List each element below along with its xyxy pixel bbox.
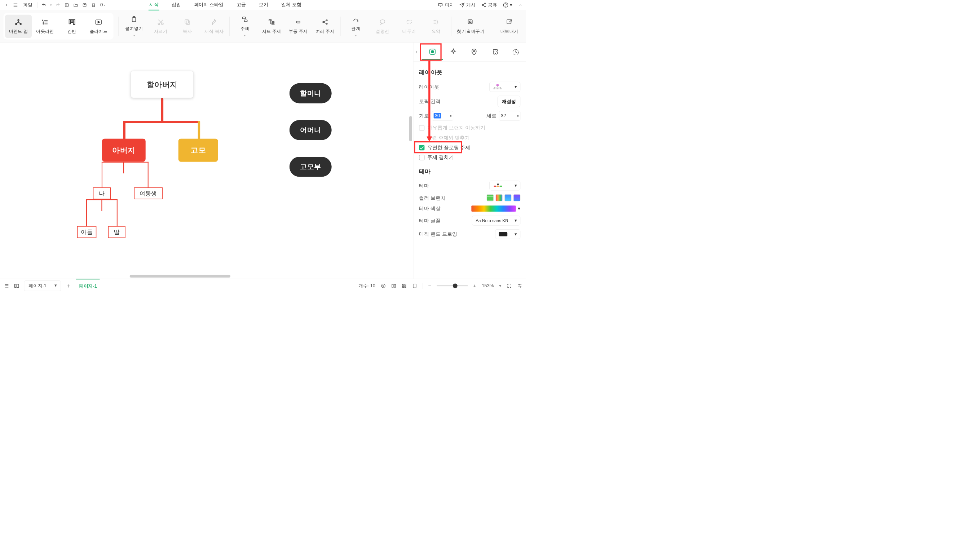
back-icon[interactable] xyxy=(4,2,10,8)
svg-line-15 xyxy=(483,5,485,6)
focus-icon[interactable] xyxy=(381,283,386,288)
undo-icon[interactable] xyxy=(41,2,46,8)
multi-topic-button[interactable]: 여러 주제 xyxy=(312,15,338,38)
fullscreen-icon[interactable] xyxy=(507,283,512,288)
export-button[interactable]: 내보내기 xyxy=(496,15,523,38)
subtopic-button[interactable]: 서브 주제 xyxy=(258,15,285,38)
panel-tab-marker[interactable] xyxy=(464,44,485,60)
panel-tab-style[interactable] xyxy=(422,44,443,60)
panel-tab-clipart[interactable] xyxy=(485,44,506,60)
outline-icon xyxy=(41,18,49,25)
page-tab-1[interactable]: 페이지-1 xyxy=(76,279,100,293)
node-father[interactable]: 아버지 xyxy=(102,138,146,162)
layout-selector[interactable]: ▾ xyxy=(489,82,520,92)
node-son[interactable]: 아들 xyxy=(77,226,97,238)
tab-all[interactable]: 일체 포함 xyxy=(280,0,302,10)
settings-icon[interactable] xyxy=(517,283,522,288)
find-replace-button[interactable]: 찾기 & 바꾸기 xyxy=(453,15,488,38)
theme-font-selector[interactable]: Aa Noto sans KR▾ xyxy=(472,216,520,226)
add-page-icon[interactable]: ＋ xyxy=(65,282,72,290)
panel-tab-ai[interactable] xyxy=(443,44,464,60)
export-icon xyxy=(506,18,513,25)
help-icon[interactable]: ▾ xyxy=(503,2,512,8)
tab-advanced[interactable]: 고급 xyxy=(236,0,247,10)
collapse-ribbon-icon[interactable] xyxy=(518,3,522,7)
cut-icon xyxy=(157,18,164,25)
v-spacing-input[interactable]: 32▴▾ xyxy=(499,111,520,121)
svg-rect-74 xyxy=(497,186,499,187)
page-selector[interactable]: 페이지-1▾ xyxy=(24,280,61,291)
svg-rect-90 xyxy=(404,286,406,287)
color-branch-swatches[interactable] xyxy=(487,194,520,201)
svg-rect-81 xyxy=(15,284,16,287)
view-mindmap-button[interactable]: 마인드 맵 xyxy=(5,15,32,38)
view-outline-button[interactable]: 아웃라인 xyxy=(32,15,59,38)
mindmap-canvas[interactable]: 할아버지 아버지 고모 나 여동생 아들 딸 할머니 어머니 고모부 xyxy=(0,43,413,279)
redo-icon[interactable] xyxy=(55,2,60,8)
svg-rect-65 xyxy=(493,88,495,89)
svg-point-46 xyxy=(323,22,324,23)
reset-spacing-button[interactable]: 재설정 xyxy=(498,96,520,107)
tab-page-style[interactable]: 페이지 스타일 xyxy=(193,0,224,10)
zoom-out-button[interactable]: − xyxy=(428,283,431,289)
save-icon[interactable] xyxy=(82,2,87,8)
section-theme-title: 테마 xyxy=(419,167,520,175)
share-dd-icon[interactable]: ▾ xyxy=(100,2,105,8)
copy-icon xyxy=(183,18,191,25)
node-grandmother[interactable]: 할머니 xyxy=(290,83,332,103)
print-icon[interactable] xyxy=(91,2,96,8)
pitch-button[interactable]: 피치 xyxy=(438,2,453,8)
svg-point-57 xyxy=(469,21,471,23)
svg-point-13 xyxy=(484,6,485,7)
view-kanban-button[interactable]: 칸반 xyxy=(59,15,85,38)
grid-icon[interactable] xyxy=(402,283,407,288)
view-slide-button[interactable]: 슬라이드 xyxy=(85,15,112,38)
h-spacing-input[interactable]: 30▴▾ xyxy=(432,111,453,121)
panel-tab-history[interactable] xyxy=(506,44,527,60)
topic-button[interactable]: 주제▾ xyxy=(231,15,258,38)
menu-file[interactable]: 파일 xyxy=(22,2,34,8)
node-uncle[interactable]: 고모부 xyxy=(290,157,332,177)
node-daughter[interactable]: 딸 xyxy=(108,226,126,238)
zoom-slider[interactable] xyxy=(437,286,468,286)
checkbox-overlap[interactable]: 주제 겹치기 xyxy=(419,154,520,161)
node-sister[interactable]: 여동생 xyxy=(134,187,162,199)
sidebar-toggle-icon[interactable] xyxy=(14,283,19,288)
h-scroll-thumb[interactable] xyxy=(130,275,231,278)
zoom-level[interactable]: 153% xyxy=(482,283,493,288)
page-icon[interactable] xyxy=(412,283,417,288)
new-icon[interactable] xyxy=(64,2,70,8)
handdrawn-selector[interactable]: ▾ xyxy=(495,229,520,239)
callout-icon xyxy=(379,18,386,25)
outline-toggle-icon[interactable] xyxy=(4,283,10,288)
node-mother[interactable]: 어머니 xyxy=(290,120,332,140)
node-root[interactable]: 할아버지 xyxy=(130,71,193,98)
tab-view[interactable]: 보기 xyxy=(258,0,269,10)
v-scroll-thumb[interactable] xyxy=(409,116,412,141)
theme-color-picker[interactable]: ▾ xyxy=(471,205,520,211)
checkbox-flex-float[interactable]: 유연한 플로팅 주제 xyxy=(419,144,520,151)
publish-button[interactable]: 게시 xyxy=(460,2,476,8)
tab-insert[interactable]: 삽입 xyxy=(171,0,182,10)
format-panel: 레이아웃 레이아웃 ▾ 토픽 간격 재설정 가로 30▴▾ 세로 32▴▾ 자유… xyxy=(413,43,527,279)
more-icon[interactable]: ⋯ xyxy=(108,2,114,8)
label-handdrawn: 매직 핸드 드로잉 xyxy=(419,231,457,238)
paste-button[interactable]: 붙여넣기▾ xyxy=(121,15,147,38)
node-me[interactable]: 나 xyxy=(93,187,111,199)
label-theme-font: 테마 글꼴 xyxy=(419,217,441,224)
open-icon[interactable] xyxy=(73,2,78,8)
svg-line-49 xyxy=(324,21,326,22)
menu-icon[interactable] xyxy=(13,2,18,8)
tab-start[interactable]: 시작 xyxy=(148,0,159,10)
node-aunt[interactable]: 고모 xyxy=(178,138,218,162)
float-icon xyxy=(294,18,302,25)
split-icon[interactable] xyxy=(391,283,396,288)
zoom-in-button[interactable]: + xyxy=(473,283,476,289)
theme-selector[interactable]: ▾ xyxy=(489,181,520,190)
summary-icon xyxy=(432,18,439,25)
share-button[interactable]: 공유 xyxy=(481,2,497,8)
relation-button[interactable]: 관계▾ xyxy=(342,15,369,38)
floating-topic-button[interactable]: 부동 주제 xyxy=(285,15,312,38)
panel-collapse-icon[interactable] xyxy=(413,48,420,55)
svg-line-50 xyxy=(324,22,326,24)
